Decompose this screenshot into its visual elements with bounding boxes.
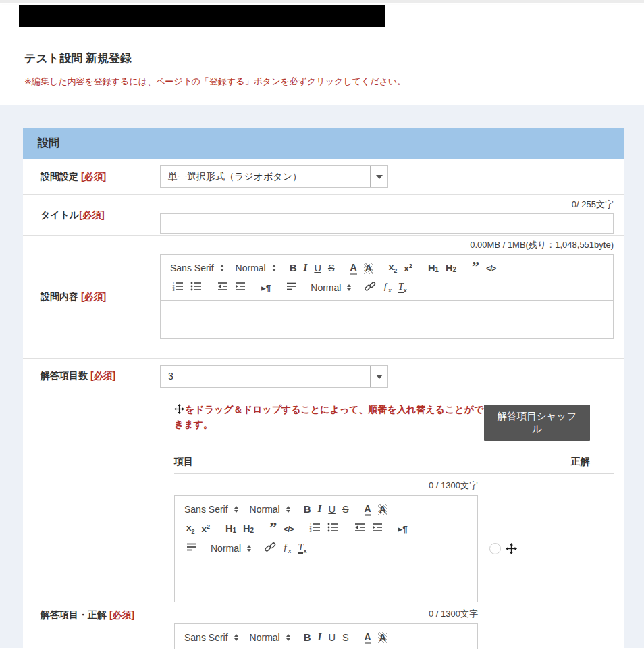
- toolbar-strike-button[interactable]: S: [339, 501, 352, 517]
- code-block-icon: </>: [486, 263, 495, 274]
- editor-content[interactable]: [161, 301, 613, 338]
- list-ordered-icon: 123: [309, 522, 321, 535]
- toolbar-align-button[interactable]: [283, 280, 300, 296]
- question-type-row: 設問設定 [必須] 単一選択形式（ラジオボタン）: [23, 159, 624, 195]
- indent-icon: [235, 281, 246, 294]
- toolbar-blockquote-button[interactable]: ”: [266, 521, 280, 537]
- editor-content[interactable]: [175, 561, 477, 602]
- toolbar-strike-button[interactable]: S: [325, 260, 338, 276]
- toolbar-direction-button[interactable]: ▸¶: [395, 521, 411, 537]
- font-picker[interactable]: Sans Serif: [183, 504, 240, 515]
- answer-count-row: 解答項目数 [必須] 3: [23, 359, 624, 394]
- code-block-icon: </>: [284, 523, 293, 534]
- editor-toolbar: Sans SerifNormalBIUSAAx2x2H1H2”</>123▸¶N…: [175, 624, 477, 649]
- size-picker[interactable]: Normal: [234, 263, 277, 274]
- toolbar-background-button[interactable]: A: [375, 629, 391, 646]
- toolbar-underline-button[interactable]: U: [325, 501, 338, 517]
- toolbar-code-block-button[interactable]: </>: [280, 521, 296, 537]
- color-icon: A: [350, 262, 357, 273]
- toolbar-outdent-button[interactable]: [214, 280, 232, 296]
- drag-drop-instruction: をドラッグ＆ドロップすることによって、順番を入れ替えることができます。: [174, 403, 484, 441]
- title-input[interactable]: [160, 213, 614, 234]
- updown-chevron-icon: [286, 632, 290, 643]
- toolbar-direction-button[interactable]: ▸¶: [258, 280, 274, 296]
- toolbar-bold-button[interactable]: B: [300, 501, 315, 517]
- align-icon: [286, 281, 297, 294]
- toolbar-link-button[interactable]: [261, 540, 279, 556]
- underline-icon: U: [328, 504, 335, 515]
- title-label: タイトル [必須]: [23, 195, 160, 235]
- toolbar-underline-button[interactable]: U: [325, 629, 338, 646]
- move-icon: [506, 543, 517, 554]
- italic-icon: I: [304, 262, 308, 274]
- toolbar-subscript-button[interactable]: x2: [183, 521, 198, 537]
- question-form-card: 設問 設問設定 [必須] 単一選択形式（ラジオボタン） タイトル [必須] 0/…: [23, 128, 624, 649]
- toolbar-link-button[interactable]: [361, 280, 379, 296]
- correct-answer-radio[interactable]: [489, 543, 501, 554]
- answers-label: 解答項目・正解 [必須]: [41, 609, 149, 621]
- toolbar-blockquote-button[interactable]: ”: [468, 260, 483, 276]
- dropdown-arrow-icon: [370, 166, 387, 187]
- toolbar-background-button[interactable]: A: [375, 501, 391, 517]
- toolbar-header-2-button[interactable]: H2: [442, 260, 460, 276]
- toolbar-bold-button[interactable]: B: [300, 629, 315, 646]
- toolbar-background-button[interactable]: A: [360, 260, 377, 276]
- toolbar-clean-button[interactable]: Tx: [395, 280, 410, 296]
- toolbar-header-1-button[interactable]: H1: [425, 260, 442, 276]
- toolbar-formula-button[interactable]: ƒx: [379, 280, 394, 296]
- toolbar-code-block-button[interactable]: </>: [483, 260, 499, 276]
- answer-count-select[interactable]: 3: [160, 365, 388, 388]
- blockquote-icon: ”: [269, 523, 277, 534]
- list-bullet-icon: [190, 281, 202, 294]
- toolbar-list-bullet-button[interactable]: [187, 280, 205, 296]
- size-picker[interactable]: Normal: [248, 504, 292, 515]
- toolbar-list-ordered-button[interactable]: 123: [306, 521, 324, 537]
- toolbar-list-bullet-button[interactable]: [324, 521, 342, 537]
- toolbar-formula-button[interactable]: ƒx: [279, 540, 294, 556]
- toolbar-color-button[interactable]: A: [347, 260, 360, 276]
- toolbar-strike-button[interactable]: S: [339, 629, 352, 646]
- question-type-select[interactable]: 単一選択形式（ラジオボタン）: [160, 165, 388, 188]
- link-icon: [365, 281, 376, 294]
- toolbar-clean-button[interactable]: Tx: [294, 540, 310, 556]
- toolbar-color-button[interactable]: A: [361, 501, 375, 517]
- toolbar-italic-button[interactable]: I: [315, 501, 325, 517]
- toolbar-header-2-button[interactable]: H2: [240, 521, 257, 537]
- font-picker[interactable]: Sans Serif: [169, 263, 225, 274]
- required-badge: [必須]: [81, 171, 106, 182]
- updown-chevron-icon: [234, 504, 238, 515]
- toolbar-indent-button[interactable]: [369, 521, 386, 537]
- toolbar-outdent-button[interactable]: [351, 521, 369, 537]
- answer-char-counter: 0 / 1300文字: [174, 604, 478, 623]
- toolbar-header-1-button[interactable]: H1: [222, 521, 240, 537]
- indent-icon: [372, 522, 383, 535]
- question-type-label: 設問設定 [必須]: [23, 171, 160, 183]
- toolbar-underline-button[interactable]: U: [311, 260, 324, 276]
- toolbar-color-button[interactable]: A: [361, 629, 375, 646]
- toolbar-superscript-button[interactable]: x2: [400, 260, 416, 276]
- toolbar-list-ordered-button[interactable]: 123: [169, 280, 187, 296]
- updown-chevron-icon: [347, 282, 351, 293]
- toolbar-italic-button[interactable]: I: [315, 629, 325, 646]
- toolbar-superscript-button[interactable]: x2: [198, 521, 214, 537]
- size-picker[interactable]: Normal: [248, 632, 292, 643]
- lineheight-picker[interactable]: Normal: [209, 543, 252, 554]
- blockquote-icon: ”: [472, 263, 479, 274]
- toolbar-align-button[interactable]: [183, 540, 200, 556]
- answer-char-counter: 0 / 1300文字: [174, 475, 478, 495]
- content-size-counter: 0.00MB / 1MB(残り：1,048,551byte): [160, 236, 614, 254]
- list-ordered-icon: 123: [172, 281, 184, 294]
- background-icon: A: [378, 632, 387, 643]
- toolbar-bold-button[interactable]: B: [286, 260, 300, 276]
- font-picker[interactable]: Sans Serif: [183, 632, 240, 643]
- answer-item-1: 0 / 1300文字 Sans SerifNormalBIUSAAx2x2H1H…: [174, 475, 614, 602]
- shuffle-answers-button[interactable]: 解答項目シャッフル: [484, 405, 590, 441]
- toolbar-italic-button[interactable]: I: [300, 260, 311, 276]
- lineheight-picker[interactable]: Normal: [309, 282, 352, 293]
- strike-icon: S: [342, 504, 349, 515]
- toolbar-subscript-button[interactable]: x2: [385, 260, 401, 276]
- required-badge: [必須]: [79, 209, 104, 222]
- toolbar-indent-button[interactable]: [232, 280, 249, 296]
- svg-text:3: 3: [309, 529, 311, 533]
- drag-handle[interactable]: [506, 543, 517, 554]
